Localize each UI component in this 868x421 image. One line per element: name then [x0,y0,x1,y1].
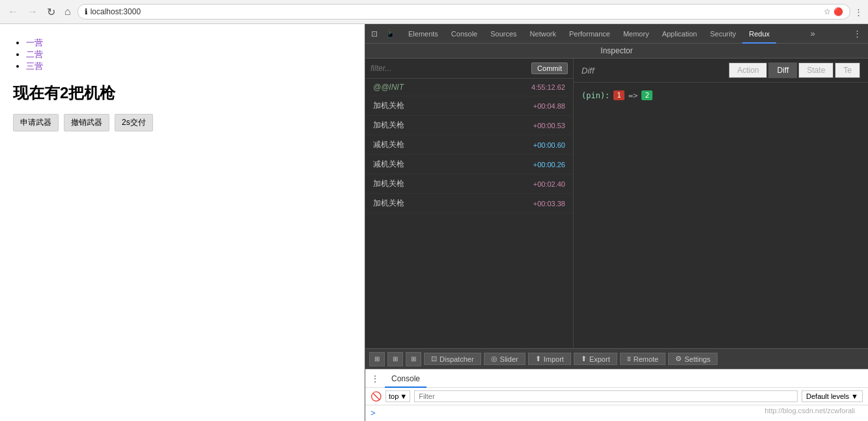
inspector-title: Inspector [600,46,632,55]
tab-sources[interactable]: Sources [484,24,523,44]
action-row-0[interactable]: 加机关枪 +00:04.88 [365,96,573,116]
extension-icon[interactable]: 🔴 [833,7,843,16]
diff-new-value: 2 [641,90,652,100]
action-time-5: +00:03.38 [533,200,565,208]
tab-application[interactable]: Application [656,24,704,44]
settings-label: Settings [684,355,710,363]
settings-button[interactable]: ⚙ Settings [668,353,718,365]
tab-test[interactable]: Te [835,62,860,78]
diff-old-value: 1 [613,90,624,100]
tab-console[interactable]: Console [445,24,484,44]
tab-redux[interactable]: Redux [742,24,776,44]
main-content: 一营 二营 三营 现在有2把机枪 申请武器 撤销武器 2s交付 ⊡ 📱 Elem… [0,24,868,421]
inspector-header: Inspector [365,44,868,59]
action-name-2: 减机关枪 [373,139,404,150]
action-row-1[interactable]: 加机关枪 +00:00.53 [365,116,573,135]
address-bar[interactable]: ℹ localhost:3000 ☆ 🔴 [77,4,850,20]
page-heading: 现在有2把机枪 [13,83,352,103]
redux-right-content: (pin): 1 => 2 [574,83,868,348]
apply-weapon-button[interactable]: 申请武器 [13,114,59,131]
remote-button[interactable]: ʬ Remote [620,353,666,365]
list-link-1[interactable]: 一营 [26,38,43,48]
commit-button[interactable]: Commit [531,62,568,74]
tab-elements[interactable]: Elements [402,24,445,44]
tab-performance[interactable]: Performance [563,24,617,44]
console-clear-button[interactable]: 🚫 [371,391,382,401]
browser-toolbar: ← → ↻ ⌂ ℹ localhost:3000 ☆ 🔴 ⋮ [0,0,868,23]
list-item-2: 二营 [26,49,352,61]
action-row-4[interactable]: 加机关枪 +00:02.40 [365,174,573,194]
import-icon: ⬆ [535,355,541,363]
home-button[interactable]: ⌂ [62,5,74,19]
cancel-weapon-button[interactable]: 撤销武器 [64,114,109,131]
browser-chrome: ← → ↻ ⌂ ℹ localhost:3000 ☆ 🔴 ⋮ [0,0,868,24]
menu-icon[interactable]: ⋮ [854,7,863,17]
dispatcher-button[interactable]: ⊡ Dispatcher [424,353,481,365]
back-button[interactable]: ← [5,5,21,19]
forward-button[interactable]: → [25,5,40,19]
remote-icon: ʬ [627,355,631,363]
devtools-panel: ⊡ 📱 Elements Console Sources Network Per… [365,24,868,421]
action-row-2[interactable]: 减机关枪 +00:00.60 [365,135,573,155]
list-item-1: 一营 [26,37,352,49]
action-row-init[interactable]: @@INIT 4:55:12.62 [365,79,573,96]
list-item-3: 三营 [26,61,352,72]
redux-right-header: Diff Action Diff State Te [574,59,868,83]
slider-icon: ◎ [491,355,497,363]
import-label: Import [544,355,564,363]
tab-network[interactable]: Network [524,24,563,44]
action-row-5[interactable]: 加机关枪 +00:03.38 [365,194,573,213]
more-tabs-button[interactable]: » [806,29,819,38]
dispatcher-icon: ⊡ [431,355,437,363]
console-levels-select[interactable]: Default levels ▼ [802,390,863,402]
layout-icon-1[interactable]: ⊞ [369,352,385,366]
diff-arrow: => [628,91,637,100]
console-tab[interactable]: Console [385,370,427,388]
diff-pin-line: (pin): 1 => 2 [581,90,860,100]
device-mode-button[interactable]: 📱 [384,27,397,40]
deliver-button[interactable]: 2s交付 [115,114,153,131]
devtools-body: Commit @@INIT 4:55:12.62 加机关枪 +00:04.88 … [365,59,868,348]
redux-right-title: Diff [581,66,727,75]
bookmark-icon[interactable]: ☆ [824,7,831,16]
action-name-0: 加机关枪 [373,100,404,111]
redux-right-tabs: Action Diff State Te [727,62,860,78]
console-toolbar: 🚫 top ▼ Default levels ▼ [365,388,868,405]
export-icon: ⬆ [581,355,587,363]
export-button[interactable]: ⬆ Export [574,353,617,365]
devtools-tabs: ⊡ 📱 Elements Console Sources Network Per… [365,24,868,44]
inspect-element-button[interactable]: ⊡ [368,27,381,40]
console-top-select[interactable]: top ▼ [385,390,410,402]
action-name-5: 加机关枪 [373,198,404,209]
console-prompt: > [371,408,376,418]
devtools-bottom-toolbar: ⊞ ⊞ ⊞ ⊡ Dispatcher ◎ Slider ⬆ Import ⬆ E… [365,348,868,369]
action-row-3[interactable]: 减机关枪 +00:00.26 [365,155,573,174]
list-link-3[interactable]: 三营 [26,61,43,71]
list-link-2[interactable]: 二营 [26,49,43,59]
slider-button[interactable]: ◎ Slider [484,353,525,365]
tab-security[interactable]: Security [703,24,742,44]
layout-icon-2[interactable]: ⊞ [387,352,403,366]
diff-key: (pin): [581,91,609,100]
tab-memory[interactable]: Memory [617,24,656,44]
slider-label: Slider [500,355,518,363]
action-name-init: @@INIT [373,83,404,92]
action-name-4: 加机关枪 [373,178,404,189]
action-time-3: +00:00.26 [533,161,565,169]
page-list: 一营 二营 三营 [26,37,352,72]
tab-state[interactable]: State [798,62,833,78]
action-name-3: 减机关枪 [373,159,404,170]
reload-button[interactable]: ↻ [44,5,58,20]
devtools-icon-group: ⊡ 📱 [368,27,397,40]
address-icon: ℹ [85,7,88,16]
layout-icon-3[interactable]: ⊞ [406,352,421,366]
devtools-settings-icon[interactable]: ⋮ [849,29,865,38]
console-filter-input[interactable] [414,390,798,402]
import-button[interactable]: ⬆ Import [528,353,571,365]
page-content: 一营 二营 三营 现在有2把机枪 申请武器 撤销武器 2s交付 [0,24,365,421]
redux-diff-panel: Diff Action Diff State Te (pin): 1 => 2 [574,59,868,348]
tab-diff[interactable]: Diff [768,62,797,78]
redux-filter-input[interactable] [371,64,531,73]
console-menu-icon[interactable]: ⋮ [371,373,380,384]
tab-action[interactable]: Action [729,62,767,78]
